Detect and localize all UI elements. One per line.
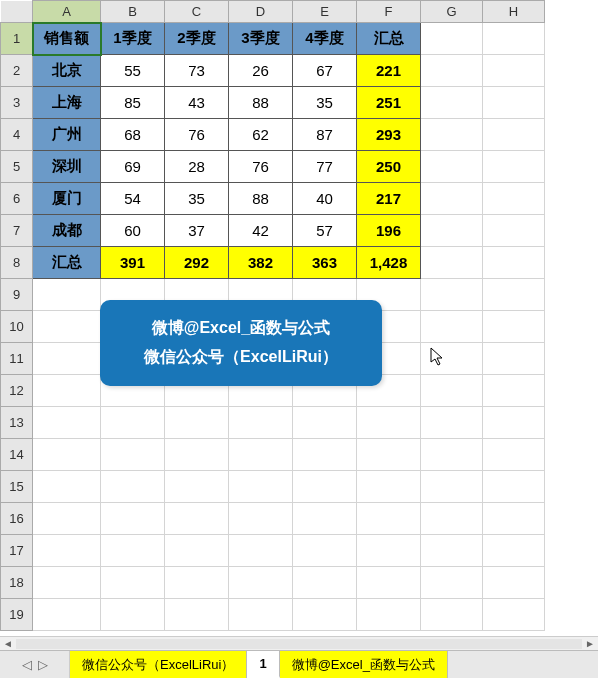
row-header-6[interactable]: 6 [1,183,33,215]
cell-G4[interactable] [421,119,483,151]
horizontal-scrollbar[interactable]: ◄ ► [0,636,598,650]
cell-H6[interactable] [483,183,545,215]
col-header-H[interactable]: H [483,1,545,23]
sheet-tab-weibo[interactable]: 微博@Excel_函数与公式 [280,651,448,678]
sheet-tab-wechat[interactable]: 微信公众号（ExcelLiRui） [70,651,247,678]
cell-C5[interactable]: 28 [165,151,229,183]
cell-E7[interactable]: 57 [293,215,357,247]
cell-F8[interactable]: 1,428 [357,247,421,279]
cell-C6[interactable]: 35 [165,183,229,215]
cell-D6[interactable]: 88 [229,183,293,215]
cell-H7[interactable] [483,215,545,247]
cell-E8[interactable]: 363 [293,247,357,279]
tab-nav-controls[interactable]: ◁ ▷ [0,651,70,678]
cell-F3[interactable]: 251 [357,87,421,119]
tab-next-icon[interactable]: ▷ [38,657,48,672]
cell-F4[interactable]: 293 [357,119,421,151]
cell-E4[interactable]: 87 [293,119,357,151]
cell-E2[interactable]: 67 [293,55,357,87]
row-header-13[interactable]: 13 [1,407,33,439]
row-header-14[interactable]: 14 [1,439,33,471]
col-header-A[interactable]: A [33,1,101,23]
cell-C2[interactable]: 73 [165,55,229,87]
cell-H8[interactable] [483,247,545,279]
cell-F6[interactable]: 217 [357,183,421,215]
cell-B2[interactable]: 55 [101,55,165,87]
cell-B1[interactable]: 1季度 [101,23,165,55]
cell-D1[interactable]: 3季度 [229,23,293,55]
row-header-9[interactable]: 9 [1,279,33,311]
cell-A4[interactable]: 广州 [33,119,101,151]
row-header-12[interactable]: 12 [1,375,33,407]
cell-C3[interactable]: 43 [165,87,229,119]
tab-prev-icon[interactable]: ◁ [22,657,32,672]
cell-C4[interactable]: 76 [165,119,229,151]
cell-G5[interactable] [421,151,483,183]
cell-A1[interactable]: 销售额 [33,23,101,55]
spreadsheet-grid[interactable]: A B C D E F G H 1 销售额 1季度 2季度 3季度 4季度 汇总… [0,0,598,650]
cell-E1[interactable]: 4季度 [293,23,357,55]
cell-B6[interactable]: 54 [101,183,165,215]
cell-H4[interactable] [483,119,545,151]
row-header-7[interactable]: 7 [1,215,33,247]
row-header-17[interactable]: 17 [1,535,33,567]
cell-F7[interactable]: 196 [357,215,421,247]
cell-F2[interactable]: 221 [357,55,421,87]
cell-C1[interactable]: 2季度 [165,23,229,55]
cell-D7[interactable]: 42 [229,215,293,247]
cell-E5[interactable]: 77 [293,151,357,183]
cell-B8[interactable]: 391 [101,247,165,279]
row-header-2[interactable]: 2 [1,55,33,87]
row-header-19[interactable]: 19 [1,599,33,631]
cell-F1[interactable]: 汇总 [357,23,421,55]
cell-E6[interactable]: 40 [293,183,357,215]
cell-G7[interactable] [421,215,483,247]
cell-A7[interactable]: 成都 [33,215,101,247]
scroll-track[interactable] [16,639,582,649]
row-header-11[interactable]: 11 [1,343,33,375]
row-header-18[interactable]: 18 [1,567,33,599]
cell-H5[interactable] [483,151,545,183]
col-header-F[interactable]: F [357,1,421,23]
cell-E3[interactable]: 35 [293,87,357,119]
col-header-B[interactable]: B [101,1,165,23]
row-header-16[interactable]: 16 [1,503,33,535]
cell-G6[interactable] [421,183,483,215]
row-header-8[interactable]: 8 [1,247,33,279]
cell-H2[interactable] [483,55,545,87]
row-header-10[interactable]: 10 [1,311,33,343]
cell-G1[interactable] [421,23,483,55]
cell-C7[interactable]: 37 [165,215,229,247]
cell-D4[interactable]: 62 [229,119,293,151]
col-header-G[interactable]: G [421,1,483,23]
row-header-1[interactable]: 1 [1,23,33,55]
row-header-3[interactable]: 3 [1,87,33,119]
cell-C8[interactable]: 292 [165,247,229,279]
cell-G2[interactable] [421,55,483,87]
select-all-corner[interactable] [1,1,33,23]
cell-A2[interactable]: 北京 [33,55,101,87]
scroll-left-icon[interactable]: ◄ [0,638,16,649]
cell-A5[interactable]: 深圳 [33,151,101,183]
row-header-5[interactable]: 5 [1,151,33,183]
sheet-tab-1[interactable]: 1 [247,651,279,678]
row-header-15[interactable]: 15 [1,471,33,503]
cell-F5[interactable]: 250 [357,151,421,183]
cell-G8[interactable] [421,247,483,279]
cell-B4[interactable]: 68 [101,119,165,151]
cell-D5[interactable]: 76 [229,151,293,183]
cell-D8[interactable]: 382 [229,247,293,279]
scroll-right-icon[interactable]: ► [582,638,598,649]
cell-B5[interactable]: 69 [101,151,165,183]
row-header-4[interactable]: 4 [1,119,33,151]
cell-D2[interactable]: 26 [229,55,293,87]
cell-H1[interactable] [483,23,545,55]
cell-D3[interactable]: 88 [229,87,293,119]
cell-H3[interactable] [483,87,545,119]
cell-A6[interactable]: 厦门 [33,183,101,215]
cell-A3[interactable]: 上海 [33,87,101,119]
col-header-C[interactable]: C [165,1,229,23]
cell-B3[interactable]: 85 [101,87,165,119]
cell-A8[interactable]: 汇总 [33,247,101,279]
cell-G3[interactable] [421,87,483,119]
